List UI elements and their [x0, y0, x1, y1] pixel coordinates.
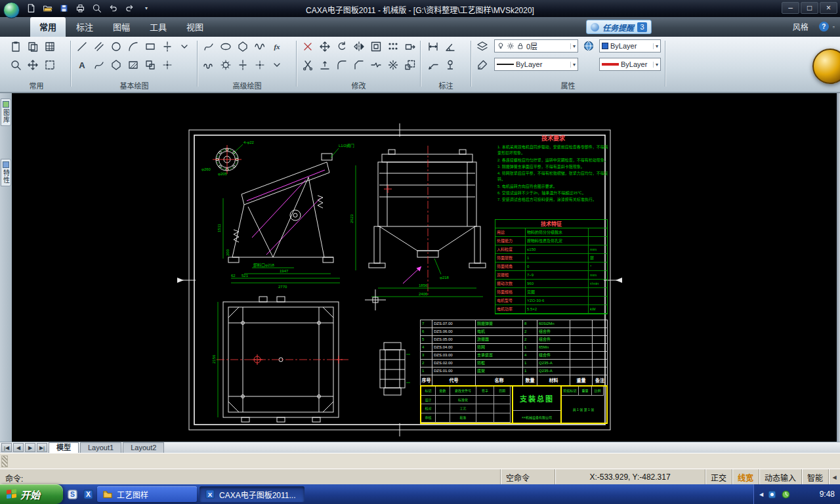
chevron-down-icon[interactable]: ▾	[653, 43, 658, 49]
status-expander-icon[interactable]: ◀	[828, 469, 840, 485]
chevron-down-icon[interactable]: ▾	[653, 62, 658, 68]
start-button[interactable]: 开始	[0, 484, 63, 504]
sidebar-tab-properties[interactable]: 特性	[1, 159, 11, 186]
input-method-icon[interactable]	[66, 488, 79, 501]
sheet-tab[interactable]: Layout2	[123, 442, 164, 453]
minimize-button[interactable]: –	[782, 2, 799, 14]
vertical-scrollbar[interactable]	[837, 93, 840, 442]
more-icon[interactable]	[269, 57, 285, 73]
folder-icon[interactable]: 工艺图样	[97, 486, 197, 502]
text-icon[interactable]	[74, 57, 90, 73]
caxa-logo-icon[interactable]	[3, 2, 20, 18]
grid-icon[interactable]	[42, 39, 58, 54]
close-button[interactable]: ×	[820, 2, 837, 14]
lineweight-select[interactable]: ByLayer ▾	[599, 58, 661, 71]
stretch-icon[interactable]	[402, 39, 418, 54]
match-properties-icon[interactable]	[474, 57, 490, 73]
coil-icon[interactable]	[201, 57, 217, 73]
wave-icon[interactable]	[252, 39, 268, 54]
sheet-nav-arrow[interactable]: ▶	[25, 443, 35, 452]
arc-icon[interactable]	[125, 39, 141, 54]
layer-icon[interactable]	[474, 39, 490, 54]
globe-icon[interactable]	[581, 38, 597, 54]
sheet-nav-arrow[interactable]: |◀	[1, 443, 12, 452]
style-dropdown-icon[interactable]: ▾	[812, 24, 815, 30]
sheet-nav-arrow[interactable]: ▶|	[37, 443, 47, 452]
sidebar-tab-library[interactable]: 图库	[1, 98, 11, 126]
select-icon[interactable]	[42, 57, 58, 73]
panel-grip-handle[interactable]	[1, 455, 8, 467]
erase-icon[interactable]	[300, 39, 316, 54]
tray-app-icon[interactable]	[767, 490, 777, 499]
ellipse-icon[interactable]	[218, 39, 234, 54]
hatch-icon[interactable]	[125, 57, 141, 73]
dim-icon[interactable]	[425, 39, 441, 54]
qat-customize-icon[interactable]: ▾	[143, 5, 150, 11]
more-icon[interactable]	[177, 39, 192, 54]
break-icon[interactable]	[368, 57, 384, 73]
trim-icon[interactable]	[300, 57, 316, 73]
mirror-icon[interactable]	[351, 39, 367, 54]
command-history[interactable]	[0, 453, 840, 469]
layer-select[interactable]: 0层 ▾	[494, 39, 578, 52]
point-icon[interactable]	[159, 57, 175, 73]
caxa-quicklaunch-icon[interactable]	[81, 488, 94, 501]
spline-icon[interactable]	[201, 39, 217, 54]
taskbar-clock[interactable]: 9:48	[820, 490, 835, 499]
line-icon[interactable]	[74, 39, 90, 54]
leader-icon[interactable]	[425, 57, 441, 73]
ribbon-tab[interactable]: 常用	[30, 17, 66, 37]
chamfer-icon[interactable]	[351, 57, 367, 73]
sheet-nav-arrow[interactable]: ◀	[13, 443, 24, 452]
polygon-icon[interactable]	[108, 57, 124, 73]
extend-icon[interactable]	[317, 57, 333, 73]
task-reminder-badge[interactable]: 任务提醒 3	[586, 20, 652, 34]
scale-icon[interactable]	[402, 57, 418, 73]
circle-icon[interactable]	[108, 39, 124, 54]
command-prompt[interactable]: 命令:	[5, 472, 23, 484]
fillet-icon[interactable]	[334, 57, 350, 73]
rect-icon[interactable]	[142, 39, 158, 54]
formula-icon[interactable]	[269, 39, 285, 54]
title-block[interactable]: 标记处数更改文件号签字日期设计标准化校对工艺审核批准 支装总图 ××机械设备有限…	[420, 385, 608, 424]
status-toggle[interactable]: 智能	[801, 469, 828, 485]
point-icon[interactable]	[252, 57, 268, 73]
status-toggle[interactable]: 线宽	[732, 469, 759, 485]
help-icon[interactable]: ?	[819, 22, 829, 32]
copy-icon[interactable]	[25, 39, 41, 54]
ribbon-tab[interactable]: 标注	[67, 17, 102, 37]
centerline-icon[interactable]	[159, 39, 175, 54]
tray-chevron-icon[interactable]: ◀	[759, 492, 763, 497]
sheet-tab[interactable]: 模型	[49, 442, 79, 453]
rotate-icon[interactable]	[334, 39, 350, 54]
chevron-down-icon[interactable]: ▾	[570, 62, 576, 68]
zoom-icon[interactable]	[8, 57, 24, 73]
centerline-icon[interactable]	[235, 57, 251, 73]
array-icon[interactable]	[385, 39, 401, 54]
save-icon[interactable]	[56, 1, 71, 14]
open-icon[interactable]	[40, 1, 54, 14]
undo-icon[interactable]	[106, 1, 120, 14]
dimang-icon[interactable]	[442, 39, 458, 54]
block-icon[interactable]	[142, 57, 158, 73]
ribbon-tab[interactable]: 视图	[177, 17, 213, 37]
drawing-canvas[interactable]: 4-φ22 φ260 φ205	[12, 93, 835, 442]
color-select[interactable]: ByLayer ▾	[599, 39, 661, 52]
status-toggle[interactable]: 动态输入	[759, 469, 801, 485]
ribbon-tab[interactable]: 工具	[140, 17, 176, 37]
paste-icon[interactable]	[8, 39, 24, 54]
style-button[interactable]: 风格	[793, 21, 808, 32]
gear-icon[interactable]	[218, 57, 234, 73]
linetype-select[interactable]: ByLayer ▾	[494, 58, 578, 71]
sheet-tab[interactable]: Layout1	[80, 442, 121, 453]
ribbon-tab[interactable]: 图幅	[104, 17, 139, 37]
chevron-down-icon[interactable]: ▾	[570, 43, 576, 49]
maximize-button[interactable]: □	[801, 2, 818, 14]
parallel-icon[interactable]	[91, 39, 107, 54]
redo-icon[interactable]	[122, 1, 136, 14]
polygon-icon[interactable]	[235, 39, 251, 54]
offset-icon[interactable]	[368, 39, 384, 54]
zoom-icon[interactable]	[89, 1, 104, 14]
clock-icon[interactable]	[781, 490, 791, 499]
spline-icon[interactable]	[91, 57, 107, 73]
